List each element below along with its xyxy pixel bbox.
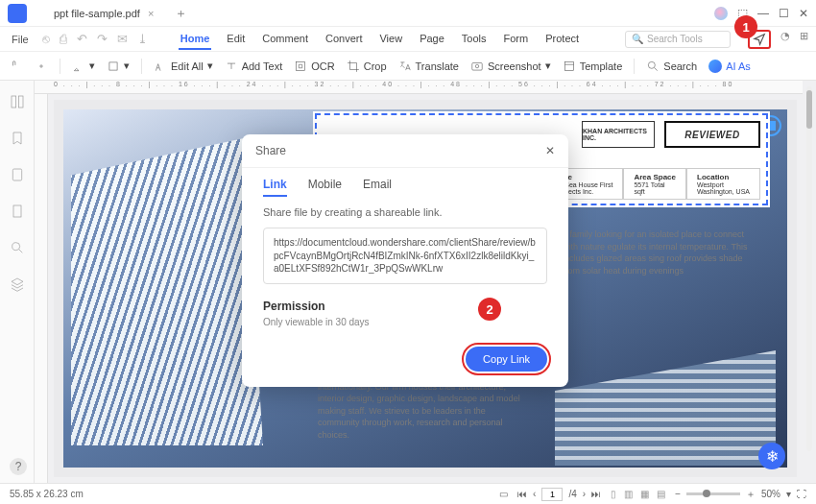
menu-comment[interactable]: Comment [260,29,310,50]
copy-link-button[interactable]: Copy Link [466,347,547,372]
menu-view[interactable]: View [377,29,404,50]
translate-button[interactable]: Translate [398,60,459,73]
svg-point-0 [40,64,42,66]
vertical-scrollbar[interactable] [806,86,812,451]
mail-icon[interactable]: ✉ [117,32,128,46]
share-link-textbox[interactable]: https://documentcloud.wondershare.com/cl… [263,228,547,284]
svg-rect-7 [12,96,16,108]
crop-button[interactable]: Crop [347,60,387,73]
permission-subtext: Only viewable in 30 days [263,317,547,327]
menu-edit[interactable]: Edit [225,29,247,50]
ocr-button[interactable]: OCR [294,60,334,73]
svg-rect-2 [297,61,305,70]
annotation-callout-1: 1 [734,15,757,38]
help-button[interactable]: ? [10,458,27,475]
undo-icon[interactable]: ↶ [77,32,87,46]
search-button[interactable]: Search [646,60,697,73]
svg-rect-8 [18,96,23,108]
main-menu: Home Edit Comment Convert View Page Tool… [179,29,581,50]
tab-link[interactable]: Link [263,178,287,197]
read-mode-icon[interactable]: ▭ [499,489,508,499]
next-page-icon[interactable]: › [583,489,586,499]
attachment-icon[interactable] [10,167,25,182]
redo-icon[interactable]: ↷ [97,32,108,46]
open-icon[interactable]: ⎋ [42,32,50,46]
menu-tools[interactable]: Tools [460,29,489,50]
add-text-button[interactable]: Add Text [225,60,283,73]
tab-email[interactable]: Email [363,178,392,197]
template-button[interactable]: Template [563,60,623,73]
menu-form[interactable]: Form [502,29,531,50]
shape-tool[interactable]: ▾ [107,60,130,73]
file-menu[interactable]: File [8,32,33,47]
save-icon[interactable]: ⤓ [137,32,148,46]
ribbon-toolbar: ▾ ▾ Edit All▾ Add Text OCR Crop Translat… [0,52,816,81]
svg-point-6 [649,61,656,68]
menu-protect[interactable]: Protect [543,29,581,50]
zoom-slider[interactable] [686,492,740,495]
cloud-icon[interactable]: ◔ [780,30,790,49]
document-tab[interactable]: ppt file-sample.pdf × [44,4,163,23]
view-two-scroll-icon[interactable]: ▤ [657,489,665,499]
vertical-ruler [35,94,48,483]
page-total: /4 [568,489,576,499]
zoom-dropdown-icon[interactable]: ▾ [786,489,791,499]
status-bar: 55.85 x 26.23 cm ▭ ⏮ ‹ /4 › ⏭ ▯ ▥ ▦ ▤ − … [0,483,816,504]
coordinates-readout: 55.85 x 26.23 cm [10,489,84,499]
view-single-icon[interactable]: ▯ [611,489,616,499]
close-window-icon[interactable]: ✕ [799,7,808,20]
highlight-tool[interactable]: ▾ [72,60,95,73]
page-icon[interactable] [10,204,25,219]
view-two-icon[interactable]: ▦ [640,489,649,499]
print-icon[interactable]: ⎙ [60,32,67,46]
building-graphic-left [71,138,263,445]
annotation-callout-2: 2 [478,298,501,321]
app-logo [8,4,27,23]
left-sidebar: ◀▶ [0,81,35,483]
menu-page[interactable]: Page [418,29,446,50]
titlebar: ppt file-sample.pdf × ＋ ⬚ — ☐ ✕ [0,0,816,27]
select-tool[interactable] [35,60,48,73]
minimize-icon[interactable]: — [757,7,769,20]
zoom-in-icon[interactable]: ＋ [746,488,756,501]
settings-icon[interactable]: ⊞ [800,30,808,49]
zoom-out-icon[interactable]: − [675,489,681,499]
screenshot-button[interactable]: Screenshot▾ [470,60,551,73]
hand-tool[interactable] [10,60,23,73]
bookmark-icon[interactable] [10,131,25,146]
svg-rect-9 [12,169,21,180]
fit-page-icon[interactable]: ⛶ [797,489,806,499]
tab-mobile[interactable]: Mobile [308,178,342,197]
maximize-icon[interactable]: ☐ [779,7,789,20]
close-tab-icon[interactable]: × [148,8,154,19]
search-tools-input[interactable]: 🔍 Search Tools [625,31,731,48]
last-page-icon[interactable]: ⏭ [591,489,601,499]
page-input[interactable] [541,488,563,501]
share-tabs: Link Mobile Email [242,168,568,201]
dialog-close-icon[interactable]: ✕ [545,144,555,157]
profile-orb-icon[interactable] [714,7,728,20]
search-placeholder: Search Tools [647,34,703,44]
prev-page-icon[interactable]: ‹ [533,489,536,499]
ai-assistant-button[interactable]: AI As [708,60,751,73]
new-tab-button[interactable]: ＋ [175,5,187,22]
svg-rect-10 [13,205,21,217]
brand-reviewed: REVIEWED [664,121,760,148]
horizontal-ruler: 0 . . . | . . . 8 . . . | . . . 16 . . .… [35,81,803,94]
view-continuous-icon[interactable]: ▥ [624,489,633,499]
floating-action-icon[interactable]: ❄ [758,443,785,469]
edit-all-button[interactable]: Edit All▾ [154,60,213,73]
share-dialog: Share ✕ Link Mobile Email Share file by … [242,134,568,387]
menu-convert[interactable]: Convert [324,29,365,50]
first-page-icon[interactable]: ⏮ [517,489,527,499]
page-navigator: ⏮ ‹ /4 › ⏭ [517,488,601,501]
menu-home[interactable]: Home [179,29,212,50]
svg-point-11 [12,243,19,251]
svg-rect-3 [472,62,483,70]
layers-icon[interactable] [10,276,25,292]
search-side-icon[interactable] [10,240,25,255]
thumbnails-icon[interactable] [10,94,25,109]
svg-point-4 [475,64,479,68]
menubar: File ⎋ ⎙ ↶ ↷ ✉ ⤓ Home Edit Comment Conve… [0,27,816,52]
doc-paragraph-right: a family looking for an isolated place t… [563,228,758,276]
